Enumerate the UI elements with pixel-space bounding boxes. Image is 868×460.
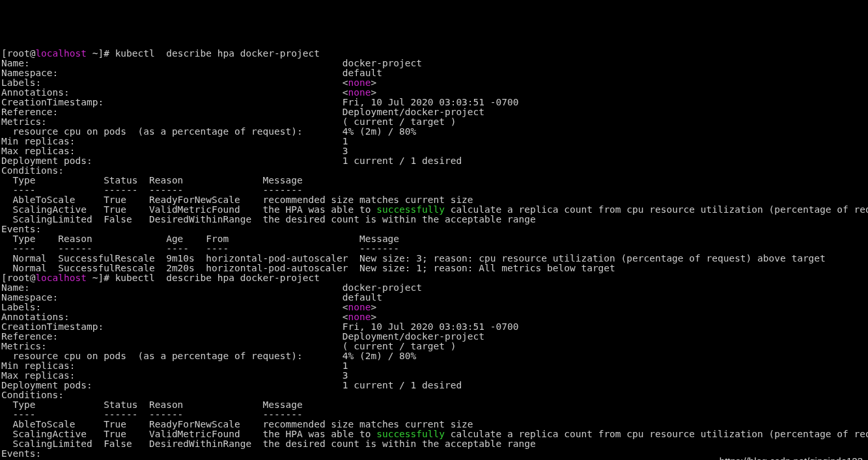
watermark-text: https://blog.csdn.net/qinqinde123 (720, 456, 863, 460)
terminal-output[interactable]: [root@localhost ~]# kubectl describe hpa… (0, 49, 868, 460)
